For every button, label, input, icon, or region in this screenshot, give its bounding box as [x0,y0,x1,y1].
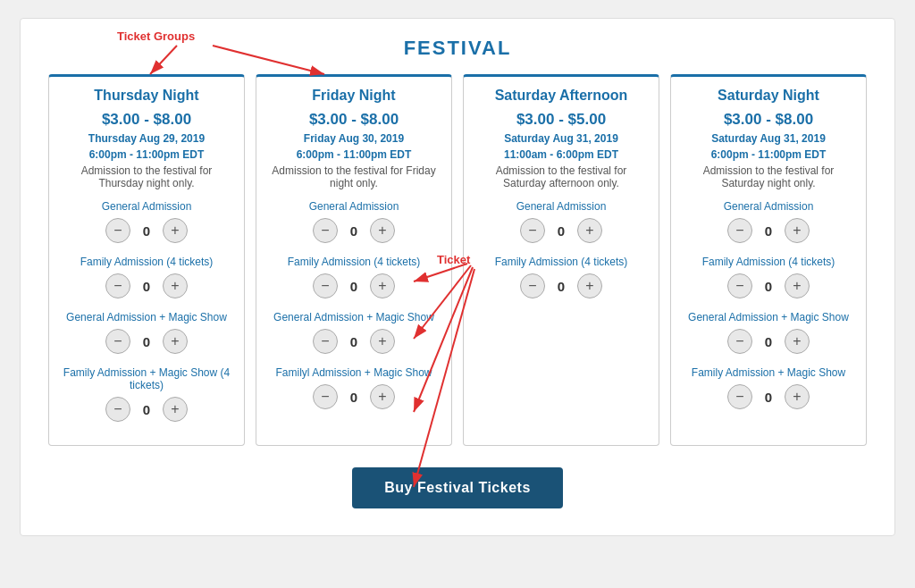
ticket-group: Family Admission + Magic Show (4 tickets… [62,366,231,422]
stepper-value: 0 [138,402,155,417]
ticket-type-label: General Admission [269,200,439,213]
stepper-value: 0 [760,390,777,405]
cards-container: Thursday Night $3.00 - $8.00 Thursday Au… [38,74,877,446]
card-price: $3.00 - $8.00 [269,111,439,129]
ticket-group: Family Admission + Magic Show − 0 + [684,366,853,409]
ticket-group: Familyl Admission + Magic Show − 0 + [269,366,439,409]
card-time: 11:00am - 6:00pm EDT [476,148,646,161]
stepper-value: 0 [760,279,777,294]
ticket-group: General Admission + Magic Show − 0 + [269,311,439,354]
decrement-button[interactable]: − [727,273,752,298]
stepper: − 0 + [684,273,853,298]
decrement-button[interactable]: − [520,273,545,298]
buy-festival-tickets-button[interactable]: Buy Festival Tickets [352,467,563,508]
stepper: − 0 + [62,273,231,298]
stepper: − 0 + [684,384,853,409]
increment-button[interactable]: + [370,384,395,409]
stepper-value: 0 [345,390,363,405]
ticket-type-label: Family Admission + Magic Show [684,366,853,379]
ticket-card-saturday-afternoon: Saturday Afternoon $3.00 - $5.00 Saturda… [463,74,659,446]
card-title: Saturday Night [684,88,853,104]
buy-btn-wrapper: Buy Festival Tickets [38,467,877,508]
increment-button[interactable]: + [785,273,810,298]
stepper-value: 0 [760,223,777,239]
ticket-group: General Admission + Magic Show − 0 + [62,311,231,354]
ticket-type-label: General Admission + Magic Show [269,311,439,323]
ticket-type-label: General Admission + Magic Show [62,311,231,323]
ticket-type-label: General Admission [684,200,853,213]
card-time: 6:00pm - 11:00pm EDT [684,148,853,161]
stepper-value: 0 [760,334,777,349]
ticket-type-label: Family Admission + Magic Show (4 tickets… [62,366,231,391]
ticket-type-label: General Admission [476,200,646,213]
stepper: − 0 + [684,329,853,354]
card-price: $3.00 - $8.00 [684,111,853,129]
ticket-type-label: Family Admission (4 tickets) [684,256,853,268]
stepper: − 0 + [476,218,646,243]
stepper: − 0 + [62,397,231,422]
card-title: Thursday Night [62,88,231,104]
decrement-button[interactable]: − [727,218,752,243]
increment-button[interactable]: + [577,218,602,243]
stepper-value: 0 [138,223,155,239]
card-price: $3.00 - $5.00 [476,111,646,129]
decrement-button[interactable]: − [313,273,338,298]
card-date: Saturday Aug 31, 2019 [476,132,646,145]
stepper-value: 0 [552,279,570,294]
decrement-button[interactable]: − [727,384,752,409]
decrement-button[interactable]: − [105,218,130,243]
ticket-group: Family Admission (4 tickets) − 0 + [684,256,853,298]
page-wrapper: Ticket Groups Ticket FESTIVAL Thursday N… [20,18,895,536]
stepper: − 0 + [269,273,439,298]
decrement-button[interactable]: − [105,329,130,354]
decrement-button[interactable]: − [313,329,338,354]
increment-button[interactable]: + [163,273,188,298]
increment-button[interactable]: + [163,397,188,422]
card-description: Admission to the festival for Thursday n… [62,164,231,189]
increment-button[interactable]: + [163,218,188,243]
decrement-button[interactable]: − [105,397,130,422]
increment-button[interactable]: + [785,329,810,354]
stepper: − 0 + [62,329,231,354]
ticket-group: Family Admission (4 tickets) − 0 + [476,256,646,298]
card-description: Admission to the festival for Friday nig… [269,164,439,189]
increment-button[interactable]: + [785,218,810,243]
decrement-button[interactable]: − [105,273,130,298]
festival-title: FESTIVAL [38,37,877,60]
stepper: − 0 + [269,329,439,354]
card-description: Admission to the festival for Saturday n… [684,164,853,189]
stepper: − 0 + [269,384,439,409]
stepper-value: 0 [345,279,363,294]
stepper: − 0 + [684,218,853,243]
ticket-card-friday: Friday Night $3.00 - $8.00 Friday Aug 30… [256,74,452,446]
stepper: − 0 + [476,273,646,298]
ticket-type-label: Family Admission (4 tickets) [476,256,646,268]
increment-button[interactable]: + [163,329,188,354]
ticket-group: General Admission + Magic Show − 0 + [684,311,853,354]
stepper-value: 0 [552,223,570,239]
ticket-group: Family Admission (4 tickets) − 0 + [269,256,439,298]
ticket-type-label: General Admission + Magic Show [684,311,853,323]
stepper: − 0 + [62,218,231,243]
decrement-button[interactable]: − [727,329,752,354]
card-title: Friday Night [269,88,439,104]
stepper: − 0 + [269,218,439,243]
increment-button[interactable]: + [370,218,395,243]
increment-button[interactable]: + [370,273,395,298]
card-time: 6:00pm - 11:00pm EDT [269,148,439,161]
stepper-value: 0 [138,334,155,349]
ticket-card-thursday: Thursday Night $3.00 - $8.00 Thursday Au… [48,74,245,446]
card-date: Saturday Aug 31, 2019 [684,132,853,145]
ticket-group: General Admission − 0 + [62,200,231,243]
ticket-group: Family Admission (4 tickets) − 0 + [62,256,231,298]
increment-button[interactable]: + [577,273,602,298]
increment-button[interactable]: + [370,329,395,354]
ticket-type-label: General Admission [62,200,231,213]
increment-button[interactable]: + [785,384,810,409]
decrement-button[interactable]: − [313,384,338,409]
decrement-button[interactable]: − [313,218,338,243]
decrement-button[interactable]: − [520,218,545,243]
ticket-group: General Admission − 0 + [684,200,853,243]
ticket-group: General Admission − 0 + [269,200,439,243]
card-price: $3.00 - $8.00 [62,111,231,129]
